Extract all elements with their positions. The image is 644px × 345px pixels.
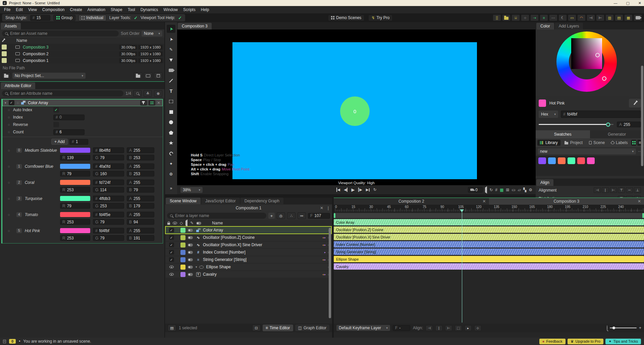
asset-row[interactable]: Composition 3 30.00fps1920 x 1080 [0, 44, 164, 50]
color-swatch[interactable] [60, 196, 90, 201]
alpha-field[interactable]: A255 [127, 180, 154, 185]
input-connection-dot[interactable]: ◂ [322, 273, 324, 276]
scatter-dots-icon[interactable]: ⁘ [521, 14, 529, 21]
r-field[interactable]: R79 [60, 171, 90, 177]
input-connection-dot[interactable]: ◂ [322, 244, 324, 247]
marquee-tool-icon[interactable] [167, 97, 175, 106]
viewport-canvas[interactable]: 0 Hold SDirect Layer Selection SpacePlay… [177, 29, 536, 185]
output-connection-dot[interactable]: ▸ [324, 244, 326, 247]
r-field[interactable]: R139 [60, 155, 90, 160]
lasso-icon[interactable]: ◠ [577, 14, 586, 21]
more-dots-icon[interactable]: ⋯ [549, 14, 557, 21]
layer-list-scrollbar[interactable] [329, 228, 331, 318]
timeline-tab-composition-2[interactable]: Composition 2✕ [334, 198, 489, 205]
ruler-icon[interactable]: ▭ [568, 14, 576, 21]
swatch[interactable] [548, 157, 556, 164]
layer-color-swatch[interactable] [180, 235, 185, 240]
alpha-field[interactable]: A255 [127, 163, 154, 169]
timeline-ruler[interactable]: 0 15 30 45 60 75 90 105 120 135 150 165 … [334, 205, 644, 212]
color-swatch[interactable] [60, 228, 90, 233]
reverse-checkbox[interactable] [53, 122, 59, 127]
next-frame-button[interactable]: ▶ [358, 188, 362, 192]
track-bar[interactable]: Color Array [334, 219, 644, 225]
rectangle-tool-icon[interactable] [167, 108, 175, 116]
menu-scripts[interactable]: Scripts [180, 7, 198, 13]
output-connection-dot[interactable]: ▸ [324, 258, 326, 261]
lock-column-icon[interactable] [167, 223, 170, 225]
scene-tab[interactable]: Scene [586, 140, 607, 146]
attribute-search[interactable] [2, 90, 123, 96]
graph-editor-button[interactable]: ◫Graph Editor [295, 325, 329, 331]
layer-color-swatch[interactable] [180, 243, 185, 248]
filter-icon[interactable]: ≔ [298, 212, 306, 219]
asset-row[interactable]: Composition 1 30.00fps1920 x 1080 [0, 57, 164, 64]
layer-enabled-checkbox[interactable]: ✓ [169, 235, 174, 240]
layer-search[interactable] [167, 213, 266, 219]
layer-row[interactable]: T Cavalry ◂▸○ [166, 271, 331, 278]
menu-dynamics[interactable]: Dynamics [138, 7, 161, 13]
tab-scene-window[interactable]: Scene Window [166, 198, 201, 204]
hex-field[interactable]: #fd4fbf [93, 228, 124, 233]
output-connection-dot[interactable]: ▸ [324, 236, 326, 239]
previous-frame-button[interactable]: ◀ [344, 188, 347, 192]
pin-icon[interactable] [140, 100, 147, 106]
close-composition-icon[interactable]: ✕ [320, 206, 323, 210]
count-field[interactable]: #6 [53, 129, 85, 135]
group-mode-button[interactable]: Group [53, 15, 75, 21]
upgrade-to-pro-button[interactable]: ♛Upgrade to Pro [568, 339, 603, 344]
expand-children-chevron[interactable]: ▾ [196, 265, 197, 269]
kf-align-left-button[interactable]: ⊣ [426, 325, 433, 331]
alpha-field[interactable]: A255 [127, 212, 154, 217]
swatch[interactable] [587, 157, 595, 164]
folder-yellow-icon[interactable] [502, 14, 511, 21]
grid-dots-icon[interactable]: ⣿ [493, 14, 501, 21]
menu-view[interactable]: View [25, 7, 40, 13]
index-field[interactable]: #0 [53, 115, 85, 120]
r-field[interactable]: R253 [60, 187, 90, 193]
layer-camera-toggle[interactable] [188, 236, 193, 239]
tips-and-tricks-button[interactable]: ✦Tips and Tricks [605, 339, 641, 344]
hex-field[interactable]: #4fa0fd [93, 163, 124, 169]
layer-color-swatch[interactable] [180, 250, 185, 255]
maximize-button[interactable]: ▢ [626, 1, 629, 5]
kf-align-center-button[interactable]: ∣ [435, 325, 442, 331]
layer-row[interactable]: ▾ Ellipse Shape ○ [166, 264, 331, 270]
menu-help[interactable]: Help [198, 7, 212, 13]
brush-column-icon[interactable]: ✎ [190, 221, 194, 225]
layer-name[interactable]: Oscillator [Position.Z] Cosine [203, 235, 255, 240]
alpha-field[interactable]: A255 [127, 228, 154, 233]
layer-camera-toggle[interactable] [188, 266, 193, 269]
layer-color-swatch[interactable] [180, 265, 185, 270]
kf-options-button[interactable]: ▸ [465, 325, 472, 331]
swatch-grid-view-icon[interactable] [631, 140, 636, 146]
new-folder-button[interactable] [134, 72, 142, 79]
layer-camera-toggle[interactable] [188, 258, 193, 261]
track-bar[interactable]: Ellipse Shape [334, 256, 644, 262]
project-set-icon-button[interactable] [2, 72, 10, 79]
hex-field[interactable]: #8b4ffd [93, 147, 124, 153]
r-field[interactable]: R79 [60, 203, 90, 209]
input-connection-dot[interactable]: ◂ [322, 236, 324, 239]
asset-row[interactable]: Composition 2 30.00fps1920 x 1080 [0, 51, 164, 57]
motion-arrow-icon[interactable]: ⇢ [530, 14, 539, 21]
layer-color-swatch[interactable] [180, 228, 185, 233]
keyframe-layer-select[interactable]: Default Keyframe Layer▾ [336, 325, 390, 331]
frame-field[interactable]: F107 [308, 213, 330, 219]
r-field[interactable]: R253 [60, 219, 90, 225]
viewport-tab[interactable]: Composition 3 [178, 23, 212, 29]
layer-color-swatch[interactable] [180, 272, 185, 277]
b-field[interactable]: B253 [127, 171, 154, 177]
clear-search-icon[interactable]: ⊗ [154, 90, 162, 97]
loop-button[interactable]: ↻ [373, 188, 376, 192]
ellipse-tool-icon[interactable] [167, 118, 175, 126]
b-field[interactable]: B253 [127, 155, 154, 160]
kf-align-right-button[interactable]: ⊢ [445, 325, 452, 331]
panel-mode-icon[interactable]: ⊡ [252, 325, 261, 331]
add-layer-button[interactable]: + [268, 213, 275, 219]
snap-angle-field[interactable]: #15 [30, 15, 50, 21]
swatch-group-select[interactable]: new▾ [538, 148, 636, 154]
alpha-slider-knob[interactable] [606, 122, 610, 127]
input-connection-dot[interactable]: ◂ [322, 258, 324, 261]
menu-file[interactable]: File [1, 7, 13, 13]
snap-grid-icon[interactable]: ▦ [500, 188, 503, 192]
